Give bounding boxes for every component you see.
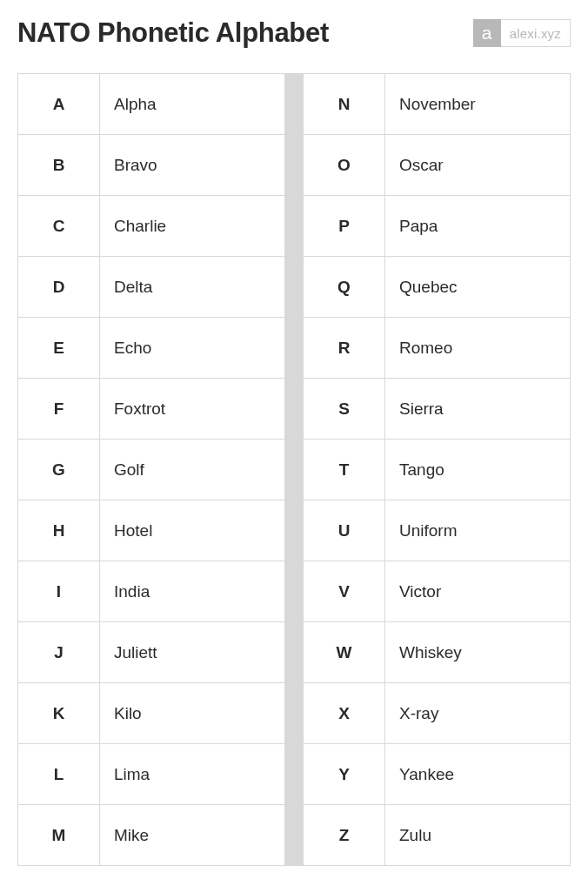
- letter-cell: A: [18, 74, 100, 135]
- table-row: MMike: [18, 805, 285, 866]
- letter-cell: R: [304, 318, 385, 379]
- table-row: ZZulu: [304, 805, 571, 866]
- word-cell: Yankee: [385, 744, 571, 805]
- letter-cell: O: [304, 135, 385, 196]
- word-cell: Tango: [385, 440, 571, 500]
- word-cell: Whiskey: [385, 622, 571, 683]
- word-cell: Quebec: [385, 257, 571, 318]
- word-cell: India: [100, 561, 285, 622]
- table-row: NNovember: [304, 74, 571, 135]
- word-cell: Delta: [100, 257, 285, 318]
- phonetic-table-left: AAlphaBBravoCCharlieDDeltaEEchoFFoxtrotG…: [17, 73, 285, 866]
- table-divider: [285, 73, 303, 866]
- table-row: RRomeo: [304, 318, 571, 379]
- letter-cell: T: [304, 440, 385, 500]
- table-row: TTango: [304, 440, 571, 500]
- word-cell: Bravo: [100, 135, 285, 196]
- table-row: JJuliett: [18, 622, 285, 683]
- word-cell: Juliett: [100, 622, 285, 683]
- word-cell: Hotel: [100, 500, 285, 561]
- table-row: OOscar: [304, 135, 571, 196]
- word-cell: Charlie: [100, 196, 285, 257]
- word-cell: Uniform: [385, 500, 571, 561]
- word-cell: Zulu: [385, 805, 571, 866]
- table-row: DDelta: [18, 257, 285, 318]
- word-cell: Victor: [385, 561, 571, 622]
- table-row: WWhiskey: [304, 622, 571, 683]
- table-row: BBravo: [18, 135, 285, 196]
- word-cell: X-ray: [385, 683, 571, 744]
- word-cell: Foxtrot: [100, 379, 285, 440]
- word-cell: Sierra: [385, 379, 571, 440]
- letter-cell: X: [304, 683, 385, 744]
- word-cell: Golf: [100, 440, 285, 500]
- letter-cell: Y: [304, 744, 385, 805]
- letter-cell: G: [18, 440, 100, 500]
- letter-cell: B: [18, 135, 100, 196]
- letter-cell: S: [304, 379, 385, 440]
- table-row: EEcho: [18, 318, 285, 379]
- table-row: LLima: [18, 744, 285, 805]
- letter-cell: J: [18, 622, 100, 683]
- word-cell: Romeo: [385, 318, 571, 379]
- table-row: FFoxtrot: [18, 379, 285, 440]
- word-cell: Oscar: [385, 135, 571, 196]
- letter-cell: V: [304, 561, 385, 622]
- word-cell: Alpha: [100, 74, 285, 135]
- letter-cell: D: [18, 257, 100, 318]
- letter-cell: K: [18, 683, 100, 744]
- brand-badge: a alexi.xyz: [473, 19, 571, 47]
- table-row: SSierra: [304, 379, 571, 440]
- tables-container: AAlphaBBravoCCharlieDDeltaEEchoFFoxtrotG…: [17, 73, 571, 866]
- page-title: NATO Phonetic Alphabet: [17, 17, 329, 49]
- word-cell: Echo: [100, 318, 285, 379]
- table-row: IIndia: [18, 561, 285, 622]
- letter-cell: Q: [304, 257, 385, 318]
- letter-cell: Z: [304, 805, 385, 866]
- table-row: VVictor: [304, 561, 571, 622]
- table-row: HHotel: [18, 500, 285, 561]
- letter-cell: M: [18, 805, 100, 866]
- table-row: XX-ray: [304, 683, 571, 744]
- word-cell: Papa: [385, 196, 571, 257]
- table-row: AAlpha: [18, 74, 285, 135]
- table-row: GGolf: [18, 440, 285, 500]
- header: NATO Phonetic Alphabet a alexi.xyz: [17, 17, 571, 49]
- letter-cell: F: [18, 379, 100, 440]
- letter-cell: P: [304, 196, 385, 257]
- letter-cell: E: [18, 318, 100, 379]
- word-cell: Kilo: [100, 683, 285, 744]
- letter-cell: N: [304, 74, 385, 135]
- table-row: KKilo: [18, 683, 285, 744]
- word-cell: Mike: [100, 805, 285, 866]
- letter-cell: H: [18, 500, 100, 561]
- phonetic-table-right: NNovemberOOscarPPapaQQuebecRRomeoSSierra…: [303, 73, 571, 866]
- letter-cell: C: [18, 196, 100, 257]
- letter-cell: W: [304, 622, 385, 683]
- brand-text: alexi.xyz: [501, 19, 571, 47]
- letter-cell: I: [18, 561, 100, 622]
- table-row: QQuebec: [304, 257, 571, 318]
- table-row: YYankee: [304, 744, 571, 805]
- word-cell: Lima: [100, 744, 285, 805]
- letter-cell: L: [18, 744, 100, 805]
- brand-icon: a: [473, 19, 501, 47]
- letter-cell: U: [304, 500, 385, 561]
- table-row: CCharlie: [18, 196, 285, 257]
- word-cell: November: [385, 74, 571, 135]
- table-row: PPapa: [304, 196, 571, 257]
- table-row: UUniform: [304, 500, 571, 561]
